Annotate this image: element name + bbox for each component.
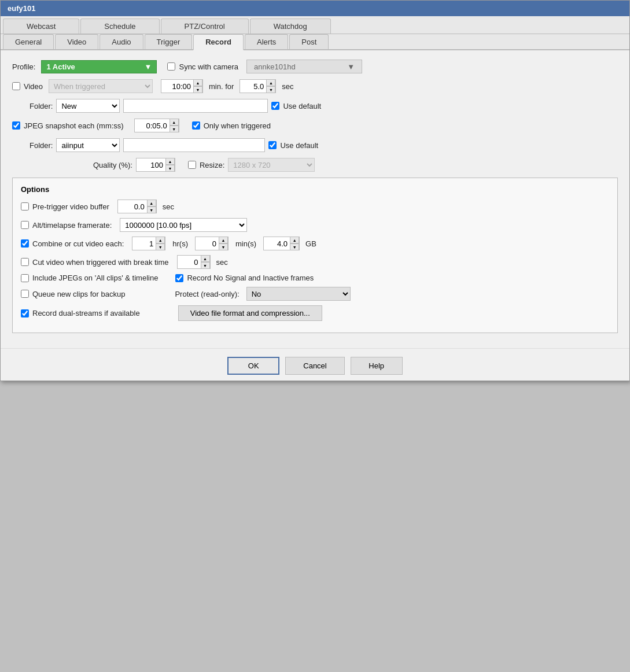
combine-hrs-up[interactable]: ▲ (156, 237, 165, 243)
tab-general[interactable]: General (3, 34, 54, 49)
pretrigger-label: Pre-trigger video buffer (32, 202, 109, 211)
video-duration-spinner[interactable]: ▲ ▼ (240, 79, 276, 93)
alt-framerate-select[interactable]: 1000000 [10.00 fps] (120, 218, 247, 232)
combine-hrs-spinner[interactable]: ▲ ▼ (132, 237, 165, 250)
combine-min-up[interactable]: ▲ (219, 237, 228, 243)
jpeg-interval-down[interactable]: ▼ (170, 125, 179, 132)
include-jpegs-checkbox[interactable] (21, 274, 29, 282)
profile-dropdown[interactable]: 1 Active ▼ (41, 60, 157, 73)
sync-camera-checkbox[interactable] (167, 62, 175, 71)
cut-trigger-input[interactable] (178, 256, 201, 268)
cut-trigger-checkbox[interactable] (21, 258, 29, 266)
quality-arrows: ▲ ▼ (165, 158, 175, 172)
include-jpegs-label: Include JPEGs on 'All clips' & timeline (32, 274, 158, 282)
jpeg-use-default-checkbox[interactable] (268, 141, 277, 149)
combine-min-input[interactable] (196, 237, 219, 250)
combine-gb-spinner[interactable]: ▲ ▼ (263, 237, 300, 250)
video-duration-up[interactable]: ▲ (266, 79, 275, 86)
tab-video[interactable]: Video (55, 34, 98, 49)
jpeg-use-default-label: Use default (280, 141, 318, 150)
video-duration-input[interactable] (240, 80, 266, 93)
pretrigger-down[interactable]: ▼ (147, 206, 156, 213)
window-title: eufy101 (8, 4, 35, 13)
quality-up[interactable]: ▲ (165, 158, 175, 165)
video-path-input[interactable]: &CAM.%Y%m%d_%H%M%S (123, 99, 268, 113)
tab-record[interactable]: Record (193, 34, 244, 50)
tab-post[interactable]: Post (289, 34, 329, 49)
tab-webcast[interactable]: Webcast (3, 19, 79, 34)
video-mode-select[interactable]: When triggered (49, 79, 153, 93)
video-time-input[interactable] (161, 80, 193, 93)
pretrigger-up[interactable]: ▲ (147, 200, 156, 206)
cut-trigger-down[interactable]: ▼ (201, 262, 210, 269)
video-time-down[interactable]: ▼ (193, 86, 202, 93)
video-time-up[interactable]: ▲ (193, 79, 202, 86)
combine-gb-down[interactable]: ▼ (290, 243, 299, 250)
only-triggered-checkbox[interactable] (192, 121, 200, 130)
jpeg-checkbox[interactable] (12, 121, 20, 130)
combine-hrs-down[interactable]: ▼ (156, 243, 165, 250)
jpeg-folder-select[interactable]: aiinput (56, 138, 120, 152)
video-duration-down[interactable]: ▼ (266, 86, 275, 93)
alt-framerate-checkbox[interactable] (21, 221, 29, 229)
resize-checkbox[interactable] (188, 161, 196, 169)
options-box: Options Pre-trigger video buffer ▲ ▼ sec… (12, 178, 618, 333)
video-use-default-checkbox[interactable] (271, 102, 279, 110)
combine-min-spinner[interactable]: ▲ ▼ (195, 237, 229, 250)
video-use-default-label: Use default (283, 102, 321, 110)
queue-checkbox[interactable] (21, 290, 29, 298)
tab-trigger[interactable]: Trigger (145, 34, 193, 49)
tab-schedule[interactable]: Schedule (80, 19, 159, 34)
camera-name-display: annke101hd ▼ (246, 60, 362, 73)
combine-min-arrows: ▲ ▼ (219, 237, 228, 250)
cut-trigger-up[interactable]: ▲ (201, 255, 210, 262)
tab-ptz-control[interactable]: PTZ/Control (161, 19, 249, 34)
combine-checkbox[interactable] (21, 239, 29, 248)
combine-gb-up[interactable]: ▲ (290, 237, 299, 243)
video-folder-label: Folder: (30, 102, 53, 110)
quality-spinner[interactable]: ▲ ▼ (136, 158, 175, 172)
bottom-tab-row: General Video Audio Trigger Record Alert… (1, 34, 629, 50)
combine-min-down[interactable]: ▼ (219, 243, 228, 250)
tab-watchdog[interactable]: Watchdog (250, 19, 331, 34)
no-signal-checkbox[interactable] (175, 274, 183, 282)
video-format-button[interactable]: Video file format and compression... (178, 305, 322, 321)
cut-trigger-suffix: sec (216, 258, 228, 267)
jpeg-folder-label: Folder: (30, 141, 53, 150)
jpeg-interval-up[interactable]: ▲ (170, 119, 179, 125)
video-folder-select[interactable]: New (56, 99, 120, 113)
combine-row: Combine or cut video each: ▲ ▼ hr(s) ▲ ▼ (21, 237, 609, 250)
pretrigger-checkbox[interactable] (21, 202, 29, 211)
top-tab-row: Webcast Schedule PTZ/Control Watchdog (1, 16, 629, 34)
alt-framerate-label: Alt/timelapse framerate: (32, 221, 112, 230)
combine-hrs-input[interactable] (132, 237, 156, 250)
jpeg-path-input[interactable]: &CAM.%Y%m%d_%H%M%S%t (123, 138, 265, 152)
profile-label: Profile: (12, 62, 35, 71)
jpeg-interval-input[interactable] (135, 119, 170, 132)
ok-button[interactable]: OK (227, 357, 279, 375)
resize-select[interactable]: 1280 x 720 (228, 158, 315, 172)
combine-hrs-arrows: ▲ ▼ (156, 237, 165, 250)
alt-framerate-row: Alt/timelapse framerate: 1000000 [10.00 … (21, 218, 609, 232)
combine-gb-input[interactable] (264, 237, 290, 250)
cut-trigger-spinner[interactable]: ▲ ▼ (177, 255, 211, 269)
queue-label: Queue new clips for backup (32, 290, 125, 298)
jpeg-interval-spinner[interactable]: ▲ ▼ (134, 119, 179, 132)
video-time-arrows: ▲ ▼ (193, 79, 202, 93)
quality-down[interactable]: ▼ (165, 165, 175, 172)
tab-alerts[interactable]: Alerts (245, 34, 288, 49)
dual-streams-checkbox[interactable] (21, 309, 29, 317)
video-checkbox[interactable] (12, 82, 20, 90)
video-folder-row: Folder: New &CAM.%Y%m%d_%H%M%S Use defau… (30, 99, 618, 113)
video-row: Video When triggered ▲ ▼ min. for ▲ ▼ se… (12, 79, 618, 93)
cancel-button[interactable]: Cancel (285, 357, 344, 375)
jpeg-row: JPEG snapshot each (mm:ss) ▲ ▼ Only when… (12, 119, 618, 132)
tab-audio[interactable]: Audio (100, 34, 143, 49)
protect-select[interactable]: No (246, 287, 351, 301)
help-button[interactable]: Help (351, 357, 403, 375)
quality-input[interactable] (137, 158, 165, 171)
quality-label: Quality (%): (93, 161, 132, 169)
pretrigger-spinner[interactable]: ▲ ▼ (117, 200, 157, 213)
video-time-spinner[interactable]: ▲ ▼ (161, 79, 203, 93)
pretrigger-input[interactable] (118, 200, 147, 213)
